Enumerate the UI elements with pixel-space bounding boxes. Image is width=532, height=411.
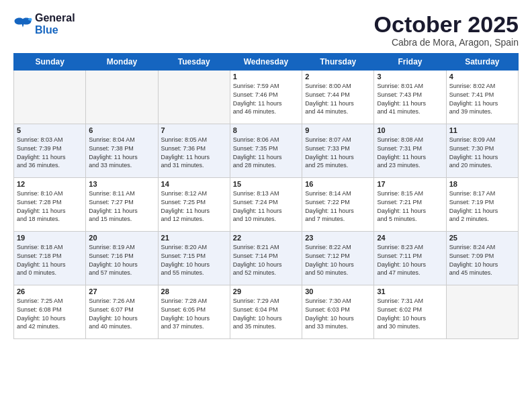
day-number: 16	[305, 180, 371, 188]
day-number: 27	[89, 287, 154, 295]
calendar-cell	[158, 71, 230, 124]
cell-info: Sunrise: 8:14 AM Sunset: 7:22 PM Dayligh…	[305, 189, 371, 223]
cell-info: Sunrise: 8:03 AM Sunset: 7:39 PM Dayligh…	[17, 136, 83, 169]
day-number: 22	[233, 234, 299, 242]
cell-info: Sunrise: 8:17 AM Sunset: 7:19 PM Dayligh…	[449, 189, 515, 223]
day-number: 15	[233, 180, 299, 188]
calendar-cell: 15Sunrise: 8:13 AM Sunset: 7:24 PM Dayli…	[230, 178, 302, 232]
day-number: 6	[89, 126, 154, 134]
cell-info: Sunrise: 8:06 AM Sunset: 7:35 PM Dayligh…	[233, 136, 299, 169]
calendar-cell: 25Sunrise: 8:24 AM Sunset: 7:09 PM Dayli…	[446, 232, 518, 285]
calendar-cell: 9Sunrise: 8:07 AM Sunset: 7:33 PM Daylig…	[302, 124, 374, 178]
day-number: 18	[449, 180, 515, 188]
day-number: 11	[449, 126, 515, 134]
day-number: 30	[305, 287, 371, 295]
day-number: 28	[161, 287, 227, 295]
cell-info: Sunrise: 8:07 AM Sunset: 7:33 PM Dayligh…	[305, 136, 371, 169]
cell-info: Sunrise: 7:31 AM Sunset: 6:02 PM Dayligh…	[377, 297, 443, 330]
calendar-cell: 6Sunrise: 8:04 AM Sunset: 7:38 PM Daylig…	[86, 124, 158, 178]
day-number: 29	[233, 287, 299, 295]
cell-info: Sunrise: 7:59 AM Sunset: 7:46 PM Dayligh…	[233, 82, 299, 116]
cell-info: Sunrise: 7:29 AM Sunset: 6:04 PM Dayligh…	[233, 297, 299, 330]
week-row-1: 1Sunrise: 7:59 AM Sunset: 7:46 PM Daylig…	[14, 71, 519, 124]
cell-info: Sunrise: 8:05 AM Sunset: 7:36 PM Dayligh…	[161, 136, 227, 169]
month-title: October 2025	[374, 12, 519, 37]
cell-info: Sunrise: 8:15 AM Sunset: 7:21 PM Dayligh…	[377, 189, 443, 223]
calendar-cell: 23Sunrise: 8:22 AM Sunset: 7:12 PM Dayli…	[302, 232, 374, 285]
day-header-friday: Friday	[374, 54, 446, 71]
cell-info: Sunrise: 8:08 AM Sunset: 7:31 PM Dayligh…	[377, 136, 443, 169]
day-number: 10	[377, 126, 443, 134]
day-number: 9	[305, 126, 371, 134]
calendar-cell: 2Sunrise: 8:00 AM Sunset: 7:44 PM Daylig…	[302, 71, 374, 124]
calendar-cell: 26Sunrise: 7:25 AM Sunset: 6:08 PM Dayli…	[14, 285, 86, 339]
calendar-cell: 11Sunrise: 8:09 AM Sunset: 7:30 PM Dayli…	[446, 124, 518, 178]
calendar-cell: 31Sunrise: 7:31 AM Sunset: 6:02 PM Dayli…	[374, 285, 446, 339]
logo: General Blue	[13, 12, 75, 36]
calendar-cell	[446, 285, 518, 339]
cell-info: Sunrise: 8:23 AM Sunset: 7:11 PM Dayligh…	[377, 243, 443, 277]
calendar-table: SundayMondayTuesdayWednesdayThursdayFrid…	[13, 53, 519, 339]
day-header-saturday: Saturday	[446, 54, 518, 71]
day-header-wednesday: Wednesday	[230, 54, 302, 71]
calendar-cell: 4Sunrise: 8:02 AM Sunset: 7:41 PM Daylig…	[446, 71, 518, 124]
cell-info: Sunrise: 8:22 AM Sunset: 7:12 PM Dayligh…	[305, 243, 371, 277]
cell-info: Sunrise: 8:10 AM Sunset: 7:28 PM Dayligh…	[17, 189, 83, 223]
cell-info: Sunrise: 8:20 AM Sunset: 7:15 PM Dayligh…	[161, 243, 227, 277]
cell-info: Sunrise: 8:24 AM Sunset: 7:09 PM Dayligh…	[449, 243, 515, 277]
calendar-cell: 8Sunrise: 8:06 AM Sunset: 7:35 PM Daylig…	[230, 124, 302, 178]
cell-info: Sunrise: 8:02 AM Sunset: 7:41 PM Dayligh…	[449, 82, 515, 116]
cell-info: Sunrise: 8:21 AM Sunset: 7:14 PM Dayligh…	[233, 243, 299, 277]
logo-text: General Blue	[35, 12, 75, 36]
day-number: 20	[89, 234, 154, 242]
calendar-cell: 5Sunrise: 8:03 AM Sunset: 7:39 PM Daylig…	[14, 124, 86, 178]
week-row-4: 19Sunrise: 8:18 AM Sunset: 7:18 PM Dayli…	[14, 232, 519, 285]
cell-info: Sunrise: 7:30 AM Sunset: 6:03 PM Dayligh…	[305, 297, 371, 330]
calendar-cell: 1Sunrise: 7:59 AM Sunset: 7:46 PM Daylig…	[230, 71, 302, 124]
day-number: 8	[233, 126, 299, 134]
calendar-cell: 17Sunrise: 8:15 AM Sunset: 7:21 PM Dayli…	[374, 178, 446, 232]
cell-info: Sunrise: 8:04 AM Sunset: 7:38 PM Dayligh…	[89, 136, 154, 169]
calendar-cell: 14Sunrise: 8:12 AM Sunset: 7:25 PM Dayli…	[158, 178, 230, 232]
cell-info: Sunrise: 8:19 AM Sunset: 7:16 PM Dayligh…	[89, 243, 154, 277]
calendar-cell: 7Sunrise: 8:05 AM Sunset: 7:36 PM Daylig…	[158, 124, 230, 178]
day-header-tuesday: Tuesday	[158, 54, 230, 71]
calendar-cell: 21Sunrise: 8:20 AM Sunset: 7:15 PM Dayli…	[158, 232, 230, 285]
subtitle: Cabra de Mora, Aragon, Spain	[374, 37, 519, 48]
day-number: 13	[89, 180, 154, 188]
cell-info: Sunrise: 8:13 AM Sunset: 7:24 PM Dayligh…	[233, 189, 299, 223]
title-area: October 2025 Cabra de Mora, Aragon, Spai…	[374, 12, 519, 48]
logo-icon	[13, 17, 32, 32]
calendar-cell: 13Sunrise: 8:11 AM Sunset: 7:27 PM Dayli…	[86, 178, 158, 232]
week-row-3: 12Sunrise: 8:10 AM Sunset: 7:28 PM Dayli…	[14, 178, 519, 232]
day-number: 3	[377, 73, 443, 81]
calendar-cell: 27Sunrise: 7:26 AM Sunset: 6:07 PM Dayli…	[86, 285, 158, 339]
day-header-monday: Monday	[86, 54, 158, 71]
calendar-cell: 20Sunrise: 8:19 AM Sunset: 7:16 PM Dayli…	[86, 232, 158, 285]
header: General Blue October 2025 Cabra de Mora,…	[13, 12, 519, 48]
calendar-cell: 22Sunrise: 8:21 AM Sunset: 7:14 PM Dayli…	[230, 232, 302, 285]
calendar-cell: 30Sunrise: 7:30 AM Sunset: 6:03 PM Dayli…	[302, 285, 374, 339]
day-number: 21	[161, 234, 227, 242]
calendar-cell: 29Sunrise: 7:29 AM Sunset: 6:04 PM Dayli…	[230, 285, 302, 339]
day-number: 7	[161, 126, 227, 134]
calendar-cell: 18Sunrise: 8:17 AM Sunset: 7:19 PM Dayli…	[446, 178, 518, 232]
calendar-cell: 24Sunrise: 8:23 AM Sunset: 7:11 PM Dayli…	[374, 232, 446, 285]
page: General Blue October 2025 Cabra de Mora,…	[0, 0, 532, 346]
cell-info: Sunrise: 8:12 AM Sunset: 7:25 PM Dayligh…	[161, 189, 227, 223]
day-header-thursday: Thursday	[302, 54, 374, 71]
day-number: 1	[233, 73, 299, 81]
calendar-cell: 10Sunrise: 8:08 AM Sunset: 7:31 PM Dayli…	[374, 124, 446, 178]
cell-info: Sunrise: 8:01 AM Sunset: 7:43 PM Dayligh…	[377, 82, 443, 116]
calendar-cell: 12Sunrise: 8:10 AM Sunset: 7:28 PM Dayli…	[14, 178, 86, 232]
cell-info: Sunrise: 7:28 AM Sunset: 6:05 PM Dayligh…	[161, 297, 227, 330]
day-number: 26	[17, 287, 83, 295]
week-row-5: 26Sunrise: 7:25 AM Sunset: 6:08 PM Dayli…	[14, 285, 519, 339]
week-row-2: 5Sunrise: 8:03 AM Sunset: 7:39 PM Daylig…	[14, 124, 519, 178]
calendar-cell: 19Sunrise: 8:18 AM Sunset: 7:18 PM Dayli…	[14, 232, 86, 285]
day-header-sunday: Sunday	[14, 54, 86, 71]
day-number: 14	[161, 180, 227, 188]
day-number: 24	[377, 234, 443, 242]
day-number: 12	[17, 180, 83, 188]
day-number: 23	[305, 234, 371, 242]
